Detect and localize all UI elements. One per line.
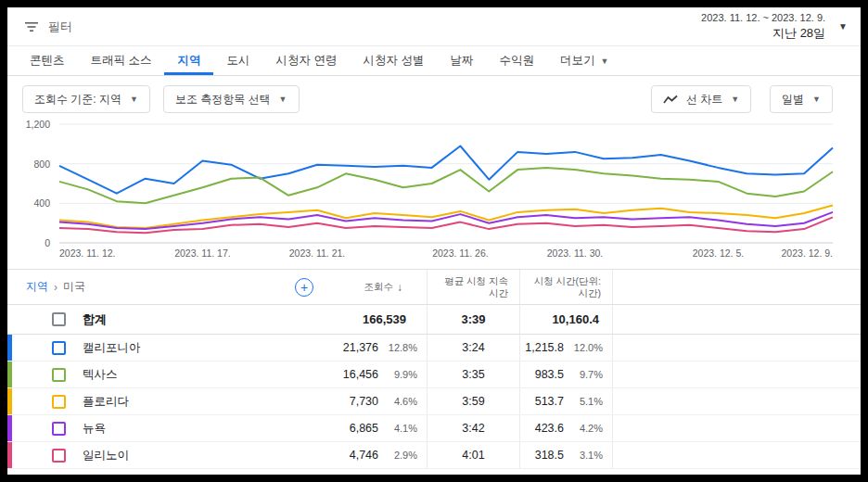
interval-label: 일별	[782, 92, 804, 108]
row-color-strip	[7, 442, 12, 468]
plot-area[interactable]	[59, 124, 833, 243]
row-checkbox[interactable]	[52, 449, 66, 463]
row-checkbox[interactable]	[52, 422, 66, 436]
analytics-panel: 필터 2023. 11. 12. ~ 2023. 12. 9. 지난 28일 ▼…	[7, 7, 861, 475]
watch-time-value: 513.7	[520, 395, 564, 408]
views-percent: 12.8%	[378, 342, 417, 353]
column-header-watch-time[interactable]: 시청 시간(단위: 시간)	[519, 270, 612, 304]
total-checkbox[interactable]	[52, 312, 66, 326]
avg-duration-value: 4:01	[462, 449, 484, 462]
chevron-down-icon: ▼	[812, 95, 821, 104]
primary-dimension-dropdown[interactable]: 조회수 기준: 지역 ▼	[22, 85, 150, 113]
date-range-selector[interactable]: 2023. 11. 12. ~ 2023. 12. 9. 지난 28일 ▼	[701, 12, 848, 42]
tab-more-label: 더보기	[560, 53, 595, 69]
breadcrumb-separator-icon: ›	[54, 281, 57, 294]
x-axis: 2023. 11. 12.2023. 11. 17.2023. 11. 21.2…	[59, 245, 833, 263]
line-chart-icon	[663, 95, 678, 105]
row-checkbox[interactable]	[52, 395, 66, 409]
row-checkbox[interactable]	[52, 341, 66, 355]
views-percent: 4.6%	[378, 396, 417, 407]
column-header-avg-duration[interactable]: 평균 시청 지속 시간	[427, 270, 519, 304]
table-row[interactable]: 뉴욕 6,8654.1% 3:42 423.64.2%	[7, 415, 861, 442]
tab-viewer-age[interactable]: 시청자 연령	[262, 46, 350, 75]
y-axis-label: 1,200	[26, 119, 50, 130]
row-color-strip	[7, 388, 12, 414]
views-value: 166,539	[319, 312, 406, 326]
views-percent: 4.1%	[378, 423, 417, 434]
secondary-metric-dropdown[interactable]: 보조 측정항목 선택 ▼	[163, 85, 300, 113]
table-row[interactable]: 텍사스 16,4569.9% 3:35 983.59.7%	[7, 362, 861, 388]
views-value: 6,865	[319, 422, 378, 435]
tab-more[interactable]: 더보기 ▼	[547, 46, 621, 75]
tab-cities[interactable]: 도시	[213, 46, 262, 75]
avg-duration-value: 3:35	[462, 368, 484, 381]
regions-table: 지역 › 미국 + 조회수 ↓ 평균 시청 지속 시간 시청 시간(단위: 시간…	[7, 269, 861, 469]
date-preset-text: 지난 28일	[772, 25, 825, 42]
tab-content[interactable]: 콘텐츠	[17, 46, 78, 75]
chevron-down-icon: ▼	[838, 21, 848, 32]
tab-viewer-gender[interactable]: 시청자 성별	[350, 46, 437, 75]
watch-time-value: 1,215.8	[520, 341, 564, 354]
watch-time-value: 983.5	[520, 368, 564, 381]
breadcrumb: 지역 › 미국	[26, 279, 85, 295]
tab-revenue-source[interactable]: 수익원	[486, 46, 547, 75]
row-color-strip	[7, 335, 12, 361]
watch-time-percent: 12.0%	[564, 342, 603, 353]
avg-duration-value: 3:42	[462, 422, 484, 435]
views-value: 7,730	[319, 395, 378, 408]
watch-time-value: 423.6	[520, 422, 564, 435]
interval-dropdown[interactable]: 일별 ▼	[770, 85, 833, 113]
chevron-down-icon: ▼	[600, 57, 608, 66]
breadcrumb-current: 미국	[63, 279, 85, 295]
column-header-views[interactable]: 조회수 ↓	[319, 270, 427, 304]
avg-duration-value: 3:59	[462, 395, 484, 408]
views-value: 21,376	[319, 341, 378, 354]
y-axis-label: 800	[33, 159, 50, 170]
watch-time-value: 10,160.4	[520, 312, 599, 326]
x-axis-label: 2023. 12. 9.	[782, 247, 833, 259]
chart-line	[59, 146, 833, 194]
x-axis-label: 2023. 11. 17.	[174, 247, 231, 259]
chart-controls: 조회수 기준: 지역 ▼ 보조 측정항목 선택 ▼ 선 차트 ▼ 일별 ▼	[7, 76, 861, 120]
filter-icon	[24, 20, 39, 33]
watch-time-percent: 5.1%	[564, 396, 603, 407]
avg-duration-value: 3:24	[462, 341, 484, 354]
watch-time-percent: 3.1%	[564, 450, 603, 461]
table-row[interactable]: 플로리다 7,7304.6% 3:59 513.75.1%	[7, 388, 861, 415]
primary-dimension-label: 조회수 기준: 지역	[34, 92, 121, 108]
y-axis-label: 0	[45, 237, 50, 248]
avg-duration-value: 3:39	[461, 312, 485, 326]
plus-icon: +	[300, 280, 308, 295]
tab-traffic-source[interactable]: 트래픽 소스	[78, 46, 165, 75]
top-bar: 필터 2023. 11. 12. ~ 2023. 12. 9. 지난 28일 ▼	[7, 7, 861, 46]
filter-label: 필터	[48, 19, 72, 35]
y-axis: 04008001,200	[7, 124, 59, 243]
add-comparison-button[interactable]: +	[295, 278, 313, 297]
date-range-text: 2023. 11. 12. ~ 2023. 12. 9.	[701, 12, 825, 23]
watch-time-percent: 9.7%	[564, 369, 603, 380]
tab-date[interactable]: 날짜	[437, 46, 486, 75]
row-color-strip	[7, 415, 12, 441]
filter-button[interactable]: 필터	[24, 19, 72, 35]
watch-time-percent: 4.2%	[564, 423, 603, 434]
line-chart: 04008001,200 2023. 11. 12.2023. 11. 17.2…	[7, 120, 861, 263]
y-axis-label: 400	[33, 197, 50, 209]
chevron-down-icon: ▼	[731, 95, 739, 104]
views-percent: 9.9%	[378, 369, 417, 380]
chart-svg	[59, 124, 833, 243]
tab-geography[interactable]: 지역	[164, 46, 213, 75]
views-value: 4,746	[319, 449, 378, 462]
x-axis-label: 2023. 12. 5.	[693, 247, 744, 259]
table-row[interactable]: 일리노이 4,7462.9% 4:01 318.53.1%	[7, 442, 861, 469]
row-label: 일리노이	[83, 448, 129, 463]
table-row[interactable]: 캘리포니아 21,37612.8% 3:24 1,215.812.0%	[7, 335, 861, 362]
breadcrumb-root-link[interactable]: 지역	[26, 279, 48, 295]
row-label: 텍사스	[83, 367, 118, 383]
views-percent: 2.9%	[378, 450, 417, 461]
table-row-total: 합계 166,539 3:39 10,160.4	[7, 305, 861, 335]
chevron-down-icon: ▼	[279, 95, 287, 104]
chart-type-dropdown[interactable]: 선 차트 ▼	[651, 85, 751, 113]
chevron-down-icon: ▼	[130, 95, 138, 104]
chart-type-label: 선 차트	[686, 92, 722, 108]
row-checkbox[interactable]	[52, 368, 66, 382]
